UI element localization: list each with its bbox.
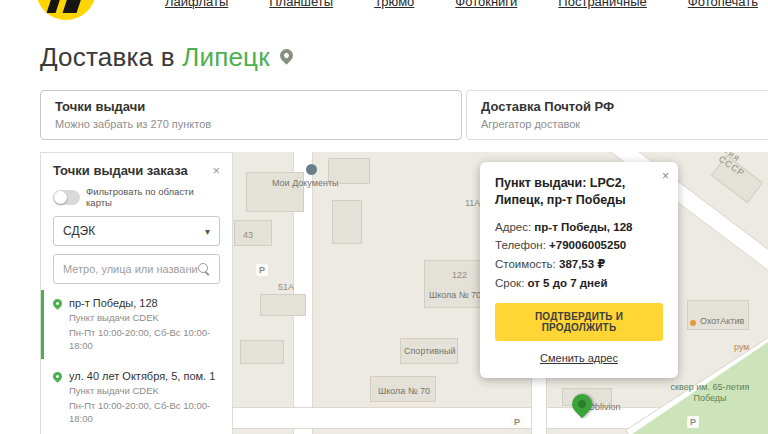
point-type: Пункт выдачи CDEK [69, 312, 224, 324]
tab-pickup-points[interactable]: Точки выдачи Можно забрать из 270 пункто… [40, 90, 462, 140]
top-navigation: Лайфлаты Планшеты Трюмо Фотокниги Постра… [165, 0, 758, 9]
map-label-school-70-b: Школа № 70 [378, 386, 430, 396]
search-field [53, 254, 220, 284]
tab-subtitle: Можно забрать из 270 пунктов [55, 118, 447, 130]
tab-subtitle: Агрегатор доставок [481, 118, 763, 130]
map-label-documents: Мои Документы [272, 178, 339, 188]
provider-select[interactable]: СДЭК ▾ [53, 216, 220, 246]
documents-poi-icon[interactable] [306, 164, 317, 175]
nav-link-tablets[interactable]: Планшеты [269, 0, 333, 9]
chevron-down-icon: ▾ [205, 226, 210, 237]
map-label-house-43: 43 [243, 230, 253, 240]
map-building [424, 260, 482, 308]
search-input[interactable] [63, 263, 198, 275]
map-label-house-11a: 11А [465, 198, 480, 208]
brand-logo[interactable] [36, 0, 96, 20]
page: Лайфлаты Планшеты Трюмо Фотокниги Постра… [0, 0, 768, 434]
panel-title: Точки выдачи заказа [53, 163, 188, 178]
tab-title: Доставка Почтой РФ [481, 99, 763, 114]
change-address-link[interactable]: Сменить адрес [495, 352, 663, 364]
popup-field-cost: Стоимость: 387,53 ₽ [495, 256, 663, 273]
map[interactable]: Мои Документы 43 11А 122 51А Школа № 70 … [232, 152, 768, 434]
title-prefix: Доставка в [40, 42, 175, 72]
nav-link-paged[interactable]: Постраничные [558, 0, 646, 9]
map-building [260, 294, 306, 316]
filter-label: Фильтровать по области карты [86, 186, 220, 208]
map-label-okhotaktiv: ОхотАктив [700, 316, 744, 326]
point-hours: Пн-Пт 10:00-20:00, Сб-Вс 10:00-18:00 [69, 400, 224, 425]
map-label-park: сквер им. 65-летия Победы [668, 382, 752, 404]
popup-field-phone: Телефон: +79006005250 [495, 237, 663, 254]
pickup-point-item[interactable]: ул. 40 лет Октября, 5, пом. 1 Пункт выда… [41, 363, 232, 432]
popup-title: Пункт выдачи: LPC2, Липецк, пр-т Победы [495, 175, 663, 209]
map-label-oblivion: Oblivion [588, 402, 621, 412]
point-address: пр-т Победы, 128 [69, 297, 224, 309]
pickup-point-item[interactable]: пр-т Победы, 128 Пункт выдачи CDEK Пн-Пт… [41, 290, 232, 359]
map-area-filter-toggle[interactable] [53, 190, 80, 205]
nav-link-photobooks[interactable]: Фотокниги [455, 0, 517, 9]
map-label-house-51a: 51А [278, 282, 294, 292]
search-icon[interactable] [198, 263, 210, 275]
pickup-panel: Точки выдачи заказа × Фильтровать по обл… [40, 152, 233, 434]
tab-post-delivery[interactable]: Доставка Почтой РФ Агрегатор доставок [466, 90, 768, 140]
map-pin-icon [51, 370, 64, 383]
close-icon[interactable]: × [662, 169, 669, 183]
tab-title: Точки выдачи [55, 99, 447, 114]
city-name[interactable]: Липецк [182, 42, 270, 72]
nav-link-tryumo[interactable]: Трюмо [374, 0, 414, 9]
map-label-house-122: 122 [452, 270, 467, 280]
map-label-school-70-a: Школа № 70 [429, 290, 481, 300]
point-hours: Пн-Пт 10:00-20:00, Сб-Вс 10:00-18:00 [69, 327, 224, 352]
parking-icon: Р [687, 416, 699, 428]
location-pin-icon[interactable] [277, 46, 295, 64]
confirm-button[interactable]: ПОДТВЕРДИТЬ И ПРОДОЛЖИТЬ [495, 303, 663, 341]
parking-icon: Р [511, 416, 523, 428]
okhotaktiv-poi-dot[interactable] [690, 320, 696, 326]
popup-fields: Адрес: пр-т Победы, 128 Телефон: +790060… [495, 219, 663, 292]
nav-link-layflats[interactable]: Лайфлаты [165, 0, 228, 9]
popup-field-address: Адрес: пр-т Победы, 128 [495, 219, 663, 236]
point-type: Пункт выдачи CDEK [69, 385, 224, 397]
map-building [240, 340, 284, 364]
nav-link-photoprint[interactable]: Фотопечать [688, 0, 758, 9]
map-pin-icon [51, 297, 64, 310]
close-icon[interactable]: × [212, 163, 220, 178]
popup-field-term: Срок: от 5 до 7 дней [495, 275, 663, 292]
map-building [332, 200, 362, 244]
page-title: Доставка в Липецк [40, 42, 293, 73]
pickup-point-popup: × Пункт выдачи: LPC2, Липецк, пр-т Побед… [480, 162, 678, 378]
map-label-sport: Спортивный [404, 346, 456, 356]
point-address: ул. 40 лет Октября, 5, пом. 1 [69, 370, 224, 382]
provider-select-value: СДЭК [63, 224, 95, 238]
parking-icon: Р [256, 264, 268, 276]
map-label-rum: рум [734, 342, 750, 352]
